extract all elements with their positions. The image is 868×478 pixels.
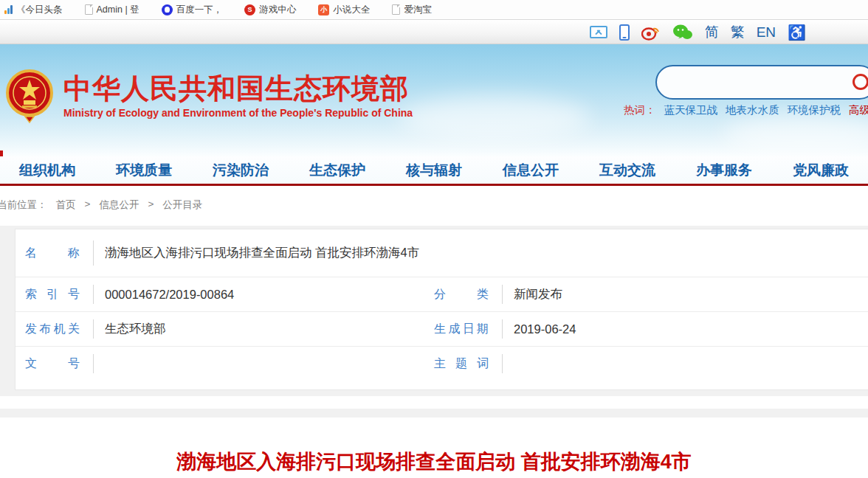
breadcrumb-label: 当前位置： — [0, 198, 47, 212]
publisher-label: 发布机关 — [25, 322, 80, 337]
page: { "bookmarks_bar": { "items": [ { "label… — [0, 0, 868, 478]
hot-word-link[interactable]: 地表水水质 — [726, 103, 779, 117]
breadcrumb-home[interactable]: 首页 — [56, 198, 76, 212]
nav-item-party-conduct[interactable]: 党风廉政 — [793, 161, 849, 180]
bookmark-label: 百度一下， — [176, 4, 223, 16]
nav-item-pollution-control[interactable]: 污染防治 — [213, 161, 269, 180]
table-row-index-category: 索引号 000014672/2019-00864 分类 新闻发布 — [16, 277, 868, 311]
site-brand[interactable]: 中华人民共和国生态环境部 Ministry of Ecology and Env… — [6, 66, 413, 125]
doc-number-label: 文号 — [25, 356, 80, 372]
table-row-name: 名称 渤海地区入海排污口现场排查全面启动 首批安排环渤海4市 — [16, 229, 868, 277]
bookmark-label: 小说大全 — [333, 4, 370, 16]
bookmark-baidu[interactable]: 百度一下， — [162, 4, 223, 16]
article-title: 渤海地区入海排污口现场排查全面启动 首批安排环渤海4市 — [0, 448, 868, 475]
keywords-label: 主题词 — [434, 356, 489, 372]
publisher-value: 生态环境部 — [105, 321, 430, 337]
cloud-decoration — [399, 96, 590, 140]
lang-english[interactable]: EN — [757, 24, 776, 41]
document-meta-zone: 名称 渤海地区入海排污口现场排查全面启动 首批安排环渤海4市 索引号 00001… — [0, 226, 868, 396]
cloud-decoration — [723, 114, 868, 155]
nav-item-info-disclosure[interactable]: 信息公开 — [503, 161, 559, 180]
lang-traditional[interactable]: 繁 — [731, 23, 745, 42]
game-center-icon: S — [244, 4, 255, 15]
lang-simplified[interactable]: 简 — [705, 23, 719, 42]
date-label: 生成日期 — [434, 322, 489, 337]
table-row-publisher-date: 发布机关 生态环境部 生成日期 2019-06-24 — [16, 311, 868, 346]
breadcrumb-separator: > — [148, 198, 154, 212]
nav-item-env-quality[interactable]: 环境质量 — [116, 161, 172, 180]
breadcrumb-catalog[interactable]: 公开目录 — [162, 198, 202, 212]
bookmark-admin[interactable]: Admin | 登 — [85, 4, 140, 16]
bookmark-taobao[interactable]: 爱淘宝 — [392, 4, 432, 16]
bookmark-label: Admin | 登 — [97, 4, 140, 16]
national-emblem-logo — [6, 66, 53, 125]
divider — [502, 354, 503, 373]
category-label: 分类 — [434, 287, 489, 302]
weibo-icon[interactable] — [641, 24, 661, 41]
hot-words-label: 热词： — [624, 103, 656, 117]
separator-strip — [0, 396, 868, 409]
advanced-search-link[interactable]: 高级检索 — [849, 103, 868, 117]
bookmark-toutiao[interactable]: 《今日头条 — [4, 4, 63, 16]
article-section: 渤海地区入海排污口现场排查全面启动 首批安排环渤海4市 — [0, 418, 868, 478]
bookmark-novels[interactable]: 小 小说大全 — [318, 4, 370, 16]
main-nav: 组织机构 环境质量 污染防治 生态保护 核与辐射 信息公开 互动交流 办事服务 … — [0, 156, 868, 186]
breadcrumb-info-disclosure[interactable]: 信息公开 — [99, 198, 139, 212]
bookmark-label: 游戏中心 — [259, 4, 296, 16]
bookmark-game-center[interactable]: S 游戏中心 — [244, 4, 296, 16]
wechat-icon[interactable] — [672, 24, 693, 41]
separator-strip — [0, 409, 868, 418]
divider — [502, 285, 503, 304]
breadcrumb-band: 当前位置： 首页 > 信息公开 > 公开目录 — [0, 188, 868, 226]
utility-bar: 简 繁 EN ♿ — [0, 20, 868, 44]
divider — [93, 240, 94, 266]
index-label: 索引号 — [25, 287, 80, 302]
search-icon[interactable] — [852, 74, 868, 90]
page-icon — [85, 4, 93, 15]
bookmark-label: 爱淘宝 — [404, 4, 432, 16]
bar-chart-icon — [4, 5, 13, 14]
site-header: 中华人民共和国生态环境部 Ministry of Ecology and Env… — [0, 44, 868, 156]
divider — [93, 285, 94, 304]
nav-item-interaction[interactable]: 互动交流 — [599, 161, 655, 180]
mobile-icon[interactable] — [619, 24, 630, 41]
hot-word-link[interactable]: 环境保护税 — [788, 103, 841, 117]
category-value: 新闻发布 — [514, 286, 562, 302]
nav-item-eco-protection[interactable]: 生态保护 — [309, 161, 365, 180]
site-title-block: 中华人民共和国生态环境部 Ministry of Ecology and Env… — [63, 73, 413, 119]
divider — [93, 319, 94, 339]
divider — [502, 319, 503, 339]
bookmark-label: 《今日头条 — [16, 4, 63, 16]
document-meta-card: 名称 渤海地区入海排污口现场排查全面启动 首批安排环渤海4市 索引号 00001… — [15, 229, 868, 390]
index-value: 000014672/2019-00864 — [105, 288, 430, 302]
nav-item-services[interactable]: 办事服务 — [696, 161, 752, 180]
browser-bookmarks-bar: 《今日头条 Admin | 登 百度一下， S 游戏中心 小 小说大全 爱淘宝 — [0, 0, 868, 20]
baidu-icon — [162, 4, 173, 15]
divider — [93, 354, 94, 373]
hot-word-link[interactable]: 蓝天保卫战 — [664, 103, 718, 117]
site-title: 中华人民共和国生态环境部 — [63, 73, 413, 105]
accessibility-icon[interactable]: ♿ — [788, 25, 806, 40]
breadcrumb: 当前位置： 首页 > 信息公开 > 公开目录 — [0, 198, 202, 212]
table-row-docnum-keywords: 文号 主题词 — [16, 346, 868, 381]
page-icon — [392, 4, 400, 15]
hot-words-row: 热词： 蓝天保卫战 地表水水质 环境保护税 高级检索 — [624, 103, 868, 117]
novel-icon: 小 — [318, 4, 329, 15]
date-value: 2019-06-24 — [514, 322, 576, 336]
nav-item-organization[interactable]: 组织机构 — [19, 161, 75, 180]
mail-icon[interactable] — [590, 26, 607, 38]
name-value: 渤海地区入海排污口现场排查全面启动 首批安排环渤海4市 — [105, 245, 419, 261]
name-label: 名称 — [25, 246, 80, 261]
site-subtitle: Ministry of Ecology and Environment of t… — [63, 107, 413, 119]
utility-icons: 简 繁 EN ♿ — [590, 20, 806, 44]
breadcrumb-separator: > — [85, 198, 91, 212]
nav-item-nuclear-radiation[interactable]: 核与辐射 — [406, 161, 462, 180]
search-box[interactable] — [655, 65, 868, 100]
